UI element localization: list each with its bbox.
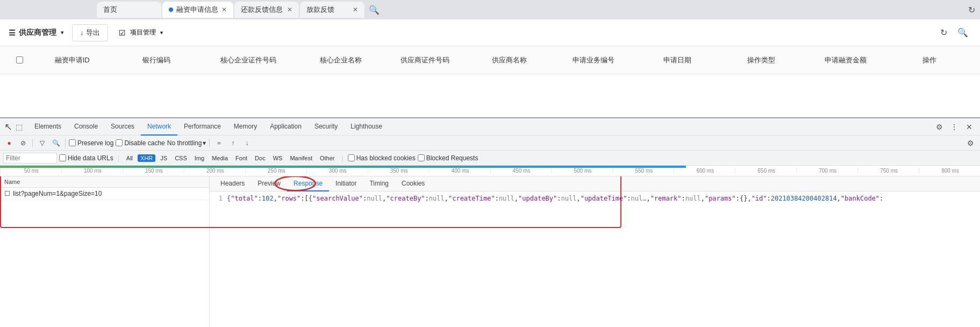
resp-tab-headers[interactable]: Headers bbox=[214, 176, 251, 191]
sidebar-toggle[interactable]: ☰ 供应商管理 ▾ bbox=[9, 28, 63, 38]
throttle-select[interactable]: No throttling ▾ bbox=[167, 139, 206, 147]
tab-memory-label: Memory bbox=[234, 123, 257, 130]
upload-btn[interactable]: ↑ bbox=[227, 137, 239, 149]
tab-loan-close[interactable]: ✕ bbox=[353, 6, 358, 13]
devtools-gear-btn[interactable]: ⚙ bbox=[933, 120, 946, 133]
download-btn[interactable]: ↓ bbox=[241, 137, 253, 149]
resp-tab-timing-label: Timing bbox=[369, 180, 389, 187]
blocked-requests-label[interactable]: Blocked Requests bbox=[418, 154, 478, 162]
filter-separator: | bbox=[118, 154, 119, 162]
throttle-arrow: ▾ bbox=[203, 139, 206, 147]
json-colon-2: : bbox=[301, 195, 304, 202]
col-header-supname: 供应商名称 bbox=[467, 55, 551, 65]
tab-performance[interactable]: Performance bbox=[177, 118, 227, 136]
json-comma-3: , bbox=[445, 195, 448, 202]
record-btn[interactable]: ● bbox=[3, 137, 15, 149]
search-btn[interactable]: 🔍 bbox=[50, 137, 62, 149]
response-content: 1 {"total":102,"rows":[{"searchValue":nu… bbox=[210, 191, 980, 327]
tab-application[interactable]: Application bbox=[263, 118, 308, 136]
has-blocked-checkbox[interactable] bbox=[348, 154, 355, 161]
tab-financing[interactable]: 融资申请信息 ✕ bbox=[162, 2, 233, 18]
filter-tag-doc[interactable]: Doc bbox=[252, 154, 268, 162]
filter-tag-js[interactable]: JS bbox=[158, 154, 170, 162]
json-comma-8: , bbox=[747, 195, 751, 202]
tick-700: 700 ms bbox=[796, 168, 857, 174]
tab-lighthouse[interactable]: Lighthouse bbox=[344, 118, 389, 136]
select-all-checkbox[interactable] bbox=[16, 56, 23, 63]
hide-data-urls-checkbox[interactable] bbox=[59, 154, 66, 161]
col-header-action: 操作 bbox=[888, 55, 971, 65]
filter-tag-media[interactable]: Media bbox=[209, 154, 231, 162]
tick-800: 800 ms bbox=[919, 168, 980, 174]
tab-repayment[interactable]: 还款反馈信息 ✕ bbox=[234, 2, 299, 18]
tab-security[interactable]: Security bbox=[308, 118, 344, 136]
tab-elements-label: Elements bbox=[34, 123, 61, 130]
preserve-log-label[interactable]: Preserve log bbox=[69, 139, 113, 147]
filter-tag-img[interactable]: Img bbox=[192, 154, 207, 162]
tab-network[interactable]: Network bbox=[141, 118, 177, 136]
hide-data-urls-label[interactable]: Hide data URLs bbox=[59, 154, 113, 162]
stop-btn[interactable]: ⊘ bbox=[17, 137, 29, 149]
tab-home[interactable]: 首页 bbox=[97, 2, 161, 18]
filter-separator-2: | bbox=[342, 154, 344, 162]
network-settings-btn[interactable]: ⚙ bbox=[964, 137, 977, 150]
tick-450: 450 ms bbox=[490, 168, 552, 174]
refresh-button[interactable]: ↻ bbox=[935, 24, 952, 41]
filter-tag-font[interactable]: Font bbox=[233, 154, 250, 162]
json-key-rows: "rows" bbox=[277, 195, 301, 202]
response-detail-panel: Headers Preview Response Initiator Timin… bbox=[210, 176, 980, 327]
disable-cache-checkbox[interactable] bbox=[116, 139, 123, 146]
devtools-more-btn[interactable]: ⋮ bbox=[948, 120, 961, 133]
filter-tag-manifest[interactable]: Manifest bbox=[287, 154, 315, 162]
tab-loan[interactable]: 放款反馈 ✕ bbox=[300, 2, 364, 18]
filter-input[interactable] bbox=[3, 153, 57, 164]
resp-tab-response[interactable]: Response bbox=[287, 176, 329, 191]
tab-console[interactable]: Console bbox=[68, 118, 104, 136]
export-button[interactable]: ↓ 导出 bbox=[72, 24, 108, 41]
browser-refresh-btn[interactable]: ↻ bbox=[963, 1, 980, 18]
filter-tag-xhr[interactable]: XHR bbox=[138, 154, 155, 162]
filter-btn[interactable]: ▽ bbox=[36, 137, 48, 149]
wifi-btn[interactable]: ≈ bbox=[213, 137, 225, 149]
col-header-amount: 申请融资金额 bbox=[803, 55, 887, 65]
devtools-device-icon[interactable]: ⬚ bbox=[16, 123, 23, 131]
network-toolbar: ● ⊘ ▽ 🔍 Preserve log Disable cache No th… bbox=[0, 136, 980, 151]
row-check-1: ☐ bbox=[4, 190, 13, 197]
tab-financing-close[interactable]: ✕ bbox=[221, 6, 227, 13]
json-key-rm: "remark" bbox=[650, 195, 682, 202]
checkbox-icon: ☑ bbox=[119, 29, 126, 37]
toolbar-sep-2 bbox=[65, 139, 66, 147]
col-header-supcert: 供应商证件号码 bbox=[383, 55, 467, 65]
json-comma-4: , bbox=[514, 195, 518, 202]
filter-tag-all[interactable]: All bbox=[124, 154, 135, 162]
blocked-requests-checkbox[interactable] bbox=[418, 154, 425, 161]
json-colon-8: : bbox=[682, 195, 685, 202]
browser-search-btn[interactable]: 🔍 bbox=[366, 1, 383, 18]
preserve-log-text: Preserve log bbox=[77, 139, 113, 147]
resp-tab-preview[interactable]: Preview bbox=[251, 176, 287, 191]
tab-repayment-close[interactable]: ✕ bbox=[287, 6, 292, 13]
has-blocked-label[interactable]: Has blocked cookies bbox=[348, 154, 416, 162]
search-button[interactable]: 🔍 bbox=[954, 24, 971, 41]
tab-sources[interactable]: Sources bbox=[104, 118, 141, 136]
filter-tag-other[interactable]: Other bbox=[317, 154, 338, 162]
devtools-panel: ↖ ⬚ Elements Console Sources Network Per… bbox=[0, 117, 980, 327]
tab-network-label: Network bbox=[147, 123, 171, 130]
devtools-inspector-icon[interactable]: ↖ bbox=[4, 121, 12, 133]
devtools-close-btn[interactable]: ✕ bbox=[963, 120, 976, 133]
filter-tag-ws[interactable]: WS bbox=[270, 154, 285, 162]
tab-memory[interactable]: Memory bbox=[227, 118, 263, 136]
browser-tab-bar: 首页 融资申请信息 ✕ 还款反馈信息 ✕ 放款反馈 ✕ 🔍 ↻ bbox=[0, 0, 980, 19]
resp-tab-initiator[interactable]: Initiator bbox=[329, 176, 363, 191]
resp-tab-timing[interactable]: Timing bbox=[363, 176, 395, 191]
filter-tag-css[interactable]: CSS bbox=[172, 154, 190, 162]
disable-cache-label[interactable]: Disable cache bbox=[116, 139, 164, 147]
preserve-log-checkbox[interactable] bbox=[69, 139, 76, 146]
devtools-icon-group: ⚙ ⋮ ✕ bbox=[933, 120, 980, 133]
tick-100: 100 ms bbox=[61, 168, 123, 174]
network-row-1[interactable]: ☐ list?pageNum=1&pageSize=10 bbox=[0, 188, 209, 200]
filter-bar: Hide data URLs | All XHR JS CSS Img Medi… bbox=[0, 151, 980, 166]
resp-tab-cookies[interactable]: Cookies bbox=[395, 176, 431, 191]
tab-elements[interactable]: Elements bbox=[28, 118, 68, 136]
tab-repayment-label: 还款反馈信息 bbox=[241, 5, 283, 15]
